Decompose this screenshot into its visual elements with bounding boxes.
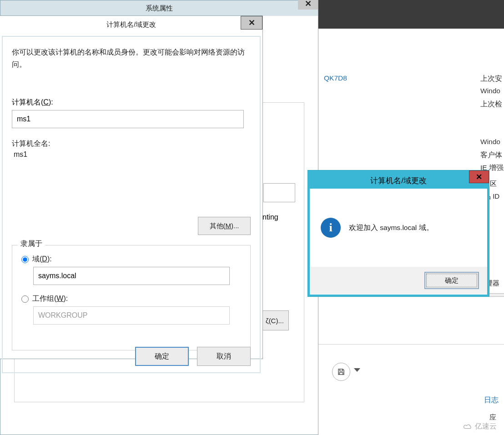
- workgroup-radio-row[interactable]: 工作组(W):: [21, 294, 241, 304]
- change-cancel-label: 取消: [217, 352, 231, 361]
- cloud-icon: [463, 424, 473, 430]
- chevron-down-icon[interactable]: [354, 368, 360, 372]
- change-ok-button[interactable]: 确定: [135, 347, 189, 366]
- change-titlebar[interactable]: 计算机名/域更改 ✕: [0, 16, 262, 34]
- full-computer-name-value: ms1: [14, 150, 251, 159]
- label-customer: 客户体: [480, 150, 502, 160]
- description-input[interactable]: [263, 183, 295, 202]
- sysprops-titlebar[interactable]: 系统属性 ✕: [0, 0, 318, 16]
- msgbox-ok-button[interactable]: 确定: [424, 272, 479, 289]
- label-last-check: 上次检: [480, 100, 502, 109]
- sysprops-close-button[interactable]: ✕: [298, 0, 318, 10]
- app-header-bg: [318, 0, 504, 29]
- computer-name-label: 计算机名(C):: [12, 98, 251, 107]
- label-windows2: Windo: [480, 138, 500, 146]
- msgbox-ok-label: 确定: [445, 276, 459, 285]
- domain-radio-row[interactable]: 域(D):: [21, 255, 241, 264]
- host-id-link[interactable]: QK7D8: [324, 74, 347, 82]
- app-label: 应: [489, 413, 496, 422]
- member-of-legend: 隶属于: [18, 239, 45, 249]
- close-icon: ✕: [305, 0, 312, 9]
- msgbox-body: i 欢迎加入 sayms.local 域。: [310, 189, 487, 267]
- change-cancel-button[interactable]: 取消: [197, 347, 251, 366]
- label-zone: 区: [490, 180, 497, 188]
- msgbox-close-button[interactable]: ✕: [469, 170, 489, 183]
- label-last-install: 上次安: [480, 74, 502, 84]
- more-button[interactable]: 其他(M)...: [198, 217, 251, 235]
- domain-radio[interactable]: [21, 256, 29, 263]
- more-button-label: 其他(M)...: [210, 222, 239, 230]
- save-button[interactable]: [332, 363, 350, 381]
- msgbox-footer: 确定: [310, 267, 487, 294]
- watermark-text: 亿速云: [475, 422, 497, 431]
- msgbox-titlebar[interactable]: 计算机名/域更改 ✕: [310, 172, 487, 189]
- log-link[interactable]: 日志: [484, 395, 499, 405]
- domain-radio-label: 域(D):: [32, 255, 52, 264]
- info-icon: i: [321, 218, 341, 238]
- close-icon: ✕: [476, 172, 482, 182]
- msgbox-message: 欢迎加入 sayms.local 域。: [349, 223, 433, 233]
- workgroup-input: [33, 306, 230, 325]
- change-title: 计算机名/域更改: [106, 20, 156, 29]
- workgroup-radio[interactable]: [21, 295, 29, 303]
- computer-name-change-dialog: 计算机名/域更改 ✕ 你可以更改该计算机的名称和成员身份。更改可能会影响对网络资…: [0, 15, 263, 359]
- domain-input[interactable]: [33, 267, 230, 285]
- welcome-messagebox: 计算机名/域更改 ✕ i 欢迎加入 sayms.local 域。 确定: [308, 170, 489, 296]
- save-icon: [337, 368, 345, 376]
- change-button-label: ζ(C)...: [266, 317, 284, 325]
- watermark: 亿速云: [463, 422, 497, 431]
- change-button-partial[interactable]: ζ(C)...: [261, 310, 289, 330]
- change-info-text: 你可以更改该计算机的名称和成员身份。更改可能会影响对网络资源的访问。: [12, 46, 251, 70]
- msgbox-title: 计算机名/域更改: [370, 175, 427, 186]
- full-computer-name-label: 计算机全名:: [12, 139, 251, 149]
- close-icon: ✕: [248, 18, 255, 28]
- change-button-row: 确定 取消: [3, 347, 251, 366]
- partial-text: nting: [262, 213, 278, 221]
- computer-name-input[interactable]: [12, 110, 244, 128]
- sysprops-title: 系统属性: [146, 4, 173, 13]
- workgroup-radio-label: 工作组(W):: [32, 294, 68, 304]
- label-windows: Windo: [480, 87, 500, 95]
- change-body: 你可以更改该计算机的名称和成员身份。更改可能会影响对网络资源的访问。 计算机名(…: [2, 36, 261, 373]
- divider: [318, 344, 504, 345]
- change-close-button[interactable]: ✕: [241, 16, 262, 30]
- change-ok-label: 确定: [155, 352, 169, 361]
- member-of-group: 隶属于 域(D): 工作组(W):: [12, 245, 251, 350]
